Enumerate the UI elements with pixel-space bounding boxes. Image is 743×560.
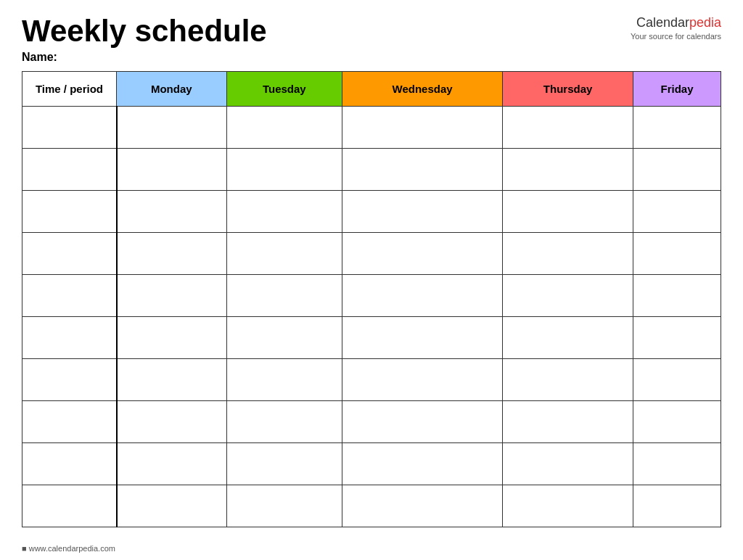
table-cell[interactable]	[342, 233, 503, 275]
name-label: Name:	[22, 51, 267, 64]
table-cell[interactable]	[633, 191, 721, 233]
table-cell[interactable]	[342, 485, 503, 527]
table-row	[22, 107, 721, 149]
table-cell[interactable]	[226, 107, 342, 149]
col-header-monday: Monday	[117, 72, 227, 107]
table-cell[interactable]	[342, 401, 503, 443]
table-cell[interactable]	[633, 107, 721, 149]
col-header-friday: Friday	[633, 72, 721, 107]
table-cell[interactable]	[226, 401, 342, 443]
table-cell[interactable]	[342, 275, 503, 317]
table-cell[interactable]	[226, 317, 342, 359]
table-cell[interactable]	[117, 485, 227, 527]
table-cell[interactable]	[503, 275, 633, 317]
col-header-thursday: Thursday	[503, 72, 633, 107]
col-header-tuesday: Tuesday	[226, 72, 342, 107]
table-cell[interactable]	[22, 317, 117, 359]
table-cell[interactable]	[503, 317, 633, 359]
table-cell[interactable]	[117, 191, 227, 233]
table-cell[interactable]	[633, 275, 721, 317]
table-row	[22, 191, 721, 233]
footer-url: ■ www.calendarpedia.com	[22, 544, 115, 553]
table-cell[interactable]	[633, 443, 721, 485]
table-cell[interactable]	[342, 191, 503, 233]
table-cell[interactable]	[503, 149, 633, 191]
table-row	[22, 233, 721, 275]
table-row	[22, 275, 721, 317]
table-cell[interactable]	[342, 107, 503, 149]
table-cell[interactable]	[22, 485, 117, 527]
table-cell[interactable]	[117, 359, 227, 401]
table-cell[interactable]	[342, 443, 503, 485]
table-row	[22, 149, 721, 191]
table-cell[interactable]	[22, 191, 117, 233]
table-cell[interactable]	[226, 149, 342, 191]
table-cell[interactable]	[633, 401, 721, 443]
table-cell[interactable]	[22, 275, 117, 317]
table-cell[interactable]	[633, 149, 721, 191]
table-cell[interactable]	[22, 149, 117, 191]
brand-name-part1: Calendar	[636, 15, 689, 30]
table-cell[interactable]	[22, 233, 117, 275]
table-cell[interactable]	[633, 317, 721, 359]
table-header-row: Time / period Monday Tuesday Wednesday T…	[22, 72, 721, 107]
table-row	[22, 401, 721, 443]
table-cell[interactable]	[117, 149, 227, 191]
table-cell[interactable]	[342, 149, 503, 191]
brand-logo: Calendarpedia Your source for calendars	[631, 15, 721, 42]
table-cell[interactable]	[117, 317, 227, 359]
table-body	[22, 107, 721, 527]
col-header-time: Time / period	[22, 72, 117, 107]
table-cell[interactable]	[22, 401, 117, 443]
table-cell[interactable]	[117, 275, 227, 317]
table-cell[interactable]	[226, 233, 342, 275]
table-cell[interactable]	[117, 233, 227, 275]
table-cell[interactable]	[342, 317, 503, 359]
table-cell[interactable]	[226, 359, 342, 401]
brand-name-part2: pedia	[689, 15, 721, 30]
table-cell[interactable]	[117, 401, 227, 443]
header: Weekly schedule Name: Calendarpedia Your…	[22, 15, 721, 64]
table-cell[interactable]	[22, 443, 117, 485]
table-cell[interactable]	[503, 359, 633, 401]
table-cell[interactable]	[503, 485, 633, 527]
page: Weekly schedule Name: Calendarpedia Your…	[0, 0, 743, 560]
schedule-table: Time / period Monday Tuesday Wednesday T…	[22, 71, 721, 527]
table-cell[interactable]	[633, 485, 721, 527]
table-row	[22, 317, 721, 359]
table-row	[22, 485, 721, 527]
brand-tagline: Your source for calendars	[631, 31, 721, 41]
table-cell[interactable]	[503, 401, 633, 443]
table-row	[22, 443, 721, 485]
table-row	[22, 359, 721, 401]
table-cell[interactable]	[117, 443, 227, 485]
col-header-wednesday: Wednesday	[342, 72, 503, 107]
table-cell[interactable]	[503, 233, 633, 275]
table-cell[interactable]	[22, 359, 117, 401]
table-cell[interactable]	[22, 107, 117, 149]
main-title: Weekly schedule	[22, 15, 267, 48]
table-cell[interactable]	[503, 191, 633, 233]
table-cell[interactable]	[226, 275, 342, 317]
table-cell[interactable]	[503, 107, 633, 149]
table-cell[interactable]	[342, 359, 503, 401]
table-cell[interactable]	[226, 191, 342, 233]
table-cell[interactable]	[503, 443, 633, 485]
table-cell[interactable]	[633, 359, 721, 401]
table-cell[interactable]	[633, 233, 721, 275]
table-cell[interactable]	[226, 443, 342, 485]
table-cell[interactable]	[117, 107, 227, 149]
title-block: Weekly schedule Name:	[22, 15, 267, 64]
brand-name: Calendarpedia	[631, 15, 721, 31]
footer: ■ www.calendarpedia.com	[22, 544, 115, 553]
table-cell[interactable]	[226, 485, 342, 527]
